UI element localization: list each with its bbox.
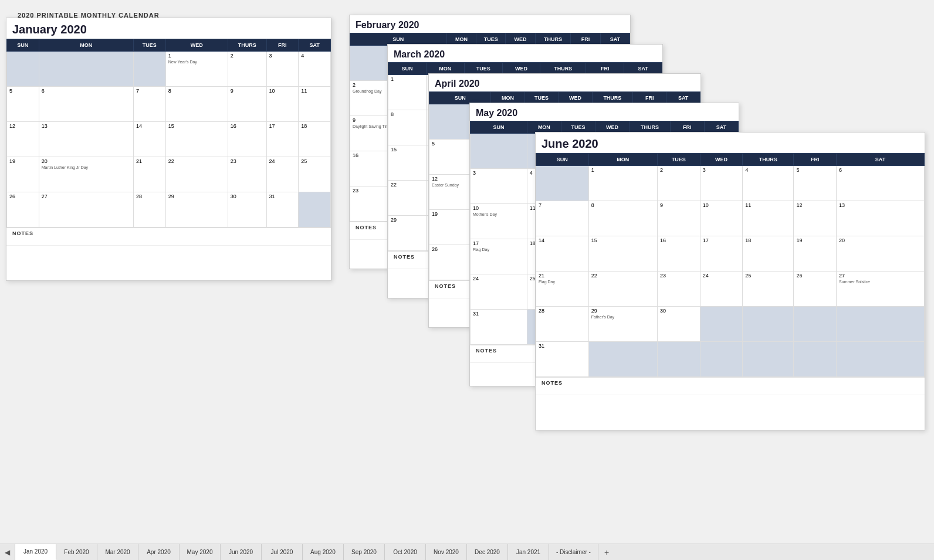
table-row: 9: [657, 201, 700, 236]
table-row: 24: [266, 157, 299, 192]
june-calendar: June 2020 SUN MON TUES WED THURS FRI SAT: [535, 132, 925, 430]
tab-add-button[interactable]: +: [598, 544, 615, 560]
col-sun: SUN: [536, 154, 589, 166]
tab-bar: ◀ Jan 2020 Feb 2020 Mar 2020 Apr 2020 Ma…: [0, 544, 934, 560]
tab-jan-2021[interactable]: Jan 2021: [508, 544, 549, 560]
table-row: [657, 342, 700, 377]
tab-feb-2020[interactable]: Feb 2020: [56, 544, 97, 560]
january-title: January 2020: [6, 18, 331, 39]
january-calendar: January 2020 SUN MON TUES WED THURS FRI …: [6, 18, 331, 281]
table-row: [837, 307, 925, 342]
june-notes: NOTES: [536, 377, 925, 395]
col-fri: FRI: [266, 39, 299, 52]
main-area: 2020 PRINTABLE MONTHLY CALENDAR January …: [0, 0, 934, 544]
table-row: 17Flag Day: [471, 239, 527, 274]
table-row: 6: [837, 166, 925, 201]
january-notes-area: [6, 245, 331, 280]
table-row: 19: [794, 236, 837, 271]
tab-nov-2020[interactable]: Nov 2020: [426, 544, 467, 560]
table-row: [837, 342, 925, 377]
table-row: 15: [165, 122, 228, 157]
tab-sep-2020[interactable]: Sep 2020: [344, 544, 385, 560]
table-row: 17: [700, 236, 743, 271]
table-row: 1: [388, 75, 427, 110]
table-row: 15: [388, 145, 427, 181]
tab-may-2020[interactable]: May 2020: [180, 544, 221, 560]
tab-aug-2020[interactable]: Aug 2020: [303, 544, 344, 560]
january-table: SUN MON TUES WED THURS FRI SAT 1New Y: [6, 39, 331, 228]
table-row: 13: [837, 201, 925, 236]
table-row: 5: [794, 166, 837, 201]
table-row: 30: [228, 192, 266, 228]
tab-scroll-left[interactable]: ◀: [0, 544, 15, 560]
tab-jun-2020[interactable]: Jun 2020: [221, 544, 262, 560]
table-row: [794, 307, 837, 342]
table-row: 3: [700, 166, 743, 201]
table-row: 3: [471, 169, 527, 204]
col-wed: WED: [165, 39, 228, 52]
table-row: 11: [743, 201, 794, 236]
tab-jan-2020[interactable]: Jan 2020: [15, 544, 56, 560]
table-row: 19: [7, 157, 39, 192]
table-row: 11: [299, 87, 331, 122]
table-row: 25: [299, 157, 331, 192]
table-row: 18: [299, 122, 331, 157]
table-row: [39, 52, 133, 87]
table-row: 22: [388, 181, 427, 216]
table-row: 4: [743, 166, 794, 201]
table-row: 24: [700, 271, 743, 307]
table-row: [7, 52, 39, 87]
table-row: [471, 134, 527, 169]
table-row: 23: [228, 157, 266, 192]
table-row: 23: [657, 271, 700, 307]
col-thurs: THURS: [228, 39, 266, 52]
table-row: [700, 307, 743, 342]
app-container: 2020 PRINTABLE MONTHLY CALENDAR January …: [0, 0, 934, 560]
table-row: 7: [133, 87, 165, 122]
table-row: 26: [7, 192, 39, 228]
col-tues: TUES: [657, 154, 700, 166]
table-row: 14: [133, 122, 165, 157]
table-row: 28: [536, 307, 589, 342]
table-row: 4: [299, 52, 331, 87]
tab-apr-2020[interactable]: Apr 2020: [138, 544, 180, 560]
table-row: 12: [794, 201, 837, 236]
table-row: 10: [700, 201, 743, 236]
table-row: 24: [471, 274, 527, 310]
january-notes: NOTES: [6, 228, 331, 245]
tab-dec-2020[interactable]: Dec 2020: [467, 544, 508, 560]
table-row: 27Summer Solstice: [837, 271, 925, 307]
table-row: 16: [657, 236, 700, 271]
table-row: [588, 342, 657, 377]
tab-jul-2020[interactable]: Jul 2020: [262, 544, 303, 560]
table-row: 10: [266, 87, 299, 122]
table-row: 21Flag Day: [536, 271, 589, 307]
table-row: [743, 342, 794, 377]
march-title: March 2020: [388, 45, 662, 62]
table-row: 16: [228, 122, 266, 157]
table-row: 29: [388, 216, 427, 251]
table-row: [536, 166, 589, 201]
table-row: 31: [266, 192, 299, 228]
col-sun: SUN: [388, 63, 427, 75]
table-row: 6: [39, 87, 133, 122]
table-row: 17: [266, 122, 299, 157]
table-row: 8: [388, 110, 427, 145]
col-fri: FRI: [794, 154, 837, 166]
table-row: [700, 342, 743, 377]
table-row: 18: [743, 236, 794, 271]
table-row: 27: [39, 192, 133, 228]
tab-disclaimer[interactable]: - Disclaimer -: [549, 544, 598, 560]
col-sat: SAT: [837, 154, 925, 166]
table-row: [299, 192, 331, 228]
tab-oct-2020[interactable]: Oct 2020: [385, 544, 426, 560]
tab-mar-2020[interactable]: Mar 2020: [97, 544, 138, 560]
april-title: April 2020: [429, 74, 700, 91]
table-row: 3: [266, 52, 299, 87]
table-row: 15: [588, 236, 657, 271]
table-row: 8: [588, 201, 657, 236]
col-mon: MON: [39, 39, 133, 52]
table-row: 12: [7, 122, 39, 157]
table-row: 1New Year's Day: [165, 52, 228, 87]
table-row: [743, 307, 794, 342]
